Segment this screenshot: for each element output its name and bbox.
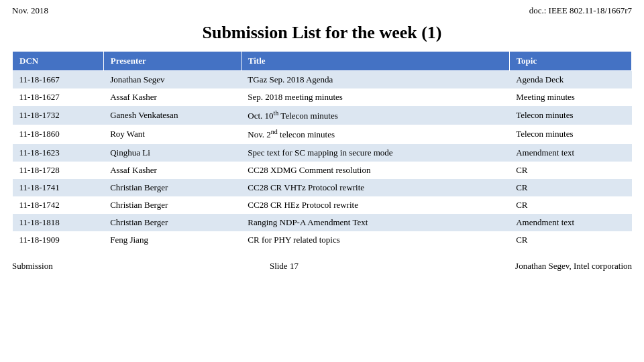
table-row: 11-18-1667Jonathan SegevTGaz Sep. 2018 A… xyxy=(13,71,632,89)
table-row: 11-18-1909Feng JiangCR for PHY related t… xyxy=(13,231,632,249)
cell-title: Ranging NDP-A Amendment Text xyxy=(241,214,509,231)
cell-dcn: 11-18-1627 xyxy=(13,88,104,106)
cell-topic: Amendment text xyxy=(509,214,631,231)
footer-right: Jonathan Segev, Intel corporation xyxy=(515,261,632,272)
cell-title: CC28 CR HEz Protocol rewrite xyxy=(241,196,509,214)
table-row: 11-18-1818Christian BergerRanging NDP-A … xyxy=(13,214,632,231)
cell-dcn: 11-18-1728 xyxy=(13,162,104,179)
cell-dcn: 11-18-1623 xyxy=(13,144,104,162)
cell-title: Sep. 2018 meeting minutes xyxy=(241,88,509,106)
cell-presenter: Christian Berger xyxy=(103,196,241,214)
table-row: 11-18-1728Assaf KasherCC28 XDMG Comment … xyxy=(13,162,632,179)
cell-dcn: 11-18-1667 xyxy=(13,71,104,89)
cell-dcn: 11-18-1732 xyxy=(13,106,104,125)
cell-presenter: Ganesh Venkatesan xyxy=(103,106,241,125)
footer-left: Submission xyxy=(12,261,53,272)
table-row: 11-18-1860Roy WantNov. 2nd telecon minut… xyxy=(13,125,632,143)
col-header-topic: Topic xyxy=(509,52,631,71)
cell-topic: Telecon minutes xyxy=(509,125,631,143)
cell-presenter: Qinghua Li xyxy=(103,144,241,162)
cell-presenter: Assaf Kasher xyxy=(103,88,241,106)
table-row: 11-18-1742Christian BergerCC28 CR HEz Pr… xyxy=(13,196,632,214)
col-header-title: Title xyxy=(241,52,509,71)
cell-presenter: Christian Berger xyxy=(103,214,241,231)
footer-center: Slide 17 xyxy=(270,261,299,272)
submission-table: DCN Presenter Title Topic 11-18-1667Jona… xyxy=(12,51,632,249)
cell-title: Oct. 10th Telecon minutes xyxy=(241,106,509,125)
cell-dcn: 11-18-1860 xyxy=(13,125,104,143)
doc-label: doc.: IEEE 802.11-18/1667r7 xyxy=(529,5,632,16)
cell-presenter: Christian Berger xyxy=(103,179,241,196)
cell-title: CC28 CR VHTz Protocol rewrite xyxy=(241,179,509,196)
cell-dcn: 11-18-1742 xyxy=(13,196,104,214)
submission-table-container: DCN Presenter Title Topic 11-18-1667Jona… xyxy=(0,51,644,249)
col-header-presenter: Presenter xyxy=(103,52,241,71)
cell-dcn: 11-18-1818 xyxy=(13,214,104,231)
cell-presenter: Assaf Kasher xyxy=(103,162,241,179)
cell-topic: Agenda Deck xyxy=(509,71,631,89)
cell-topic: Meeting minutes xyxy=(509,88,631,106)
cell-title: Spec text for SC mapping in secure mode xyxy=(241,144,509,162)
cell-title: Nov. 2nd telecon minutes xyxy=(241,125,509,143)
cell-presenter: Feng Jiang xyxy=(103,231,241,249)
table-row: 11-18-1732Ganesh VenkatesanOct. 10th Tel… xyxy=(13,106,632,125)
cell-topic: CR xyxy=(509,162,631,179)
cell-title: CR for PHY related topics xyxy=(241,231,509,249)
cell-presenter: Roy Want xyxy=(103,125,241,143)
cell-title: CC28 XDMG Comment resolution xyxy=(241,162,509,179)
cell-topic: CR xyxy=(509,231,631,249)
table-body: 11-18-1667Jonathan SegevTGaz Sep. 2018 A… xyxy=(13,71,632,249)
table-row: 11-18-1627Assaf KasherSep. 2018 meeting … xyxy=(13,88,632,106)
date-label: Nov. 2018 xyxy=(12,5,48,16)
cell-title: TGaz Sep. 2018 Agenda xyxy=(241,71,509,89)
cell-topic: CR xyxy=(509,179,631,196)
table-row: 11-18-1741Christian BergerCC28 CR VHTz P… xyxy=(13,179,632,196)
cell-dcn: 11-18-1741 xyxy=(13,179,104,196)
cell-topic: CR xyxy=(509,196,631,214)
cell-topic: Telecon minutes xyxy=(509,106,631,125)
cell-presenter: Jonathan Segev xyxy=(103,71,241,89)
cell-dcn: 11-18-1909 xyxy=(13,231,104,249)
cell-topic: Amendment text xyxy=(509,144,631,162)
page-title: Submission List for the week (1) xyxy=(0,23,644,43)
table-row: 11-18-1623Qinghua LiSpec text for SC map… xyxy=(13,144,632,162)
table-header-row: DCN Presenter Title Topic xyxy=(13,52,632,71)
col-header-dcn: DCN xyxy=(13,52,104,71)
